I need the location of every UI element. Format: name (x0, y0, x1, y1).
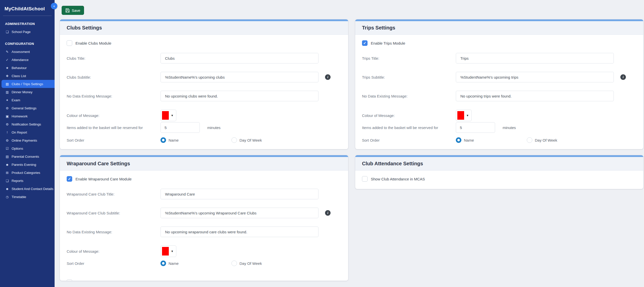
sidebar-item-online-payments[interactable]: ⚙Online Payments (0, 136, 55, 144)
wraparound-nodata-input[interactable] (160, 227, 318, 237)
sidebar-section-label: CONFIGURATION (0, 36, 55, 48)
radio-circle[interactable] (231, 261, 237, 266)
sidebar-item-label: Attendance (12, 58, 28, 62)
sidebar-item-parents-evening[interactable]: ☻Parents Evening (0, 161, 55, 169)
minutes-unit-label: minutes (503, 125, 516, 130)
radio-circle[interactable] (527, 137, 532, 143)
sort-name-radio[interactable]: Name (160, 261, 231, 266)
clubs-colour-dropdown[interactable]: ▼ (160, 110, 176, 121)
sidebar-item-timetable[interactable]: ◷Timetable (0, 193, 55, 201)
clubs-nodata-input[interactable] (160, 91, 318, 101)
field-label: Colour of Message: (67, 113, 160, 118)
clubs-nodata-row: No Data Existing Message: (67, 91, 341, 101)
checkbox-box[interactable] (67, 40, 72, 46)
sidebar-item-student-and-contact-details[interactable]: ☻Student And Contact Details (0, 185, 55, 193)
trips-colour-row: Colour of Message: ▼ (362, 110, 636, 121)
gears-icon: ⚙ (5, 106, 9, 110)
wraparound-subtitle-input[interactable] (160, 208, 318, 218)
enable-trips-checkbox[interactable]: Enable Trips Module (362, 40, 405, 46)
sidebar-item-clubs-trips-settings[interactable]: ▤Clubs / Trips Settings (2, 80, 55, 88)
sidebar-collapse-button[interactable]: ‹ (51, 3, 57, 9)
sidebar-item-exam[interactable]: ✦Exam (0, 96, 55, 104)
checkbox-label: Apply a minimum deposit amount (75, 280, 131, 281)
clubs-basket-minutes-input[interactable] (160, 122, 200, 133)
checkbox-box[interactable] (362, 176, 368, 182)
panel-header: Trips Settings (355, 21, 643, 35)
trips-title-input[interactable] (456, 53, 614, 63)
save-label: Save (72, 8, 80, 13)
trips-nodata-row: No Data Existing Message: (362, 91, 636, 101)
gear-icon: ⚙ (5, 139, 9, 142)
sidebar-nav: ADMINISTRATION❏School PageCONFIGURATION✎… (0, 16, 55, 201)
radio-label: Name (169, 261, 179, 266)
radio-circle[interactable] (160, 137, 166, 143)
clubs-subtitle-input[interactable] (160, 72, 318, 82)
sidebar-item-notification-settings[interactable]: ⚙Notification Settings (0, 120, 55, 128)
sidebar-item-options[interactable]: ☑Options (0, 144, 55, 152)
sidebar-item-parental-consents[interactable]: ▤Parental Consents (0, 152, 55, 161)
sidebar-item-homework[interactable]: ▣Homework (0, 112, 55, 120)
exclamation-icon: ! (5, 131, 9, 134)
radio-circle[interactable] (231, 137, 237, 143)
checkbox-box[interactable] (67, 279, 72, 281)
trips-colour-dropdown[interactable]: ▼ (456, 110, 472, 121)
field-label: Colour of Message: (362, 113, 456, 118)
field-label: No Data Existing Message: (67, 230, 160, 234)
field-label: Wraparound Care Club Title: (67, 192, 160, 196)
sidebar-item-product-categories[interactable]: ⊞Product Categories (0, 169, 55, 177)
radio-circle[interactable] (160, 261, 166, 266)
sidebar-item-class-list[interactable]: ❖Class List (0, 72, 55, 80)
sidebar-item-label: Assessment (12, 50, 30, 54)
sidebar-item-assessment[interactable]: ✎Assessment (0, 48, 55, 56)
sort-name-radio[interactable]: Name (456, 137, 527, 143)
info-icon[interactable]: i (325, 74, 331, 80)
sidebar-item-dinner-money[interactable]: ▥Dinner Money (0, 88, 55, 96)
sidebar-item-label: Behaviour (12, 66, 27, 70)
sort-dayofweek-radio[interactable]: Day Of Week (527, 137, 598, 143)
panel-body: Show Club Attendance in MCAS (355, 171, 643, 189)
wraparound-sort-radio-group: Name Day Of Week (160, 261, 302, 266)
clubs-title-input[interactable] (160, 53, 318, 63)
sidebar-item-on-report[interactable]: !On Report (0, 128, 55, 136)
file-icon: ❏ (5, 179, 9, 183)
checkbox-box[interactable] (362, 40, 368, 46)
wraparound-colour-dropdown[interactable]: ▼ (160, 245, 176, 257)
wraparound-title-input[interactable] (160, 189, 318, 199)
enable-wraparound-checkbox[interactable]: Enable Wraparound Care Module (67, 176, 132, 182)
sidebar-item-attendance[interactable]: ✓Attendance (0, 56, 55, 64)
colour-swatch (457, 111, 464, 120)
field-label: Clubs Title: (67, 56, 160, 60)
radio-label: Day Of Week (535, 138, 557, 142)
trips-subtitle-input[interactable] (456, 72, 614, 82)
graduation-cap-icon: ❖ (5, 74, 9, 78)
field-label: Trips Title: (362, 56, 456, 60)
info-icon[interactable]: i (620, 74, 626, 80)
people-icon: ☻ (5, 187, 9, 191)
sidebar-item-behaviour[interactable]: ★Behaviour (0, 64, 55, 72)
sidebar-item-school-page[interactable]: ❏School Page (0, 28, 55, 36)
field-label: Sort Order (362, 138, 456, 142)
enable-clubs-checkbox[interactable]: Enable Clubs Module (67, 40, 111, 46)
apply-minimum-deposit-checkbox[interactable]: Apply a minimum deposit amount (67, 279, 131, 281)
sidebar-item-label: School Page (12, 30, 30, 34)
panel-accent-bar (60, 19, 348, 21)
checkbox-box[interactable] (67, 176, 72, 182)
sidebar-item-label: On Report (12, 131, 27, 134)
radio-circle[interactable] (456, 137, 461, 143)
trips-basket-minutes-input[interactable] (456, 122, 495, 133)
radio-label: Name (169, 138, 179, 142)
clubs-settings-panel: Clubs Settings Enable Clubs Module Clubs… (60, 19, 348, 149)
sidebar-item-general-settings[interactable]: ⚙General Settings (0, 104, 55, 112)
field-label: Items added to the basket will be reserv… (67, 125, 160, 130)
panel-accent-bar (355, 155, 643, 157)
sidebar-item-reports[interactable]: ❏Reports (0, 177, 55, 185)
show-club-attendance-checkbox[interactable]: Show Club Attendance in MCAS (362, 176, 425, 182)
graduation-cap-icon: ✦ (5, 98, 9, 102)
panel-header: Wraparound Care Settings (60, 157, 348, 171)
sort-name-radio[interactable]: Name (160, 137, 231, 143)
sort-dayofweek-radio[interactable]: Day Of Week (231, 137, 302, 143)
trips-nodata-input[interactable] (456, 91, 614, 101)
info-icon[interactable]: i (325, 210, 331, 216)
sort-dayofweek-radio[interactable]: Day Of Week (231, 261, 302, 266)
save-button[interactable]: Save (62, 6, 84, 15)
